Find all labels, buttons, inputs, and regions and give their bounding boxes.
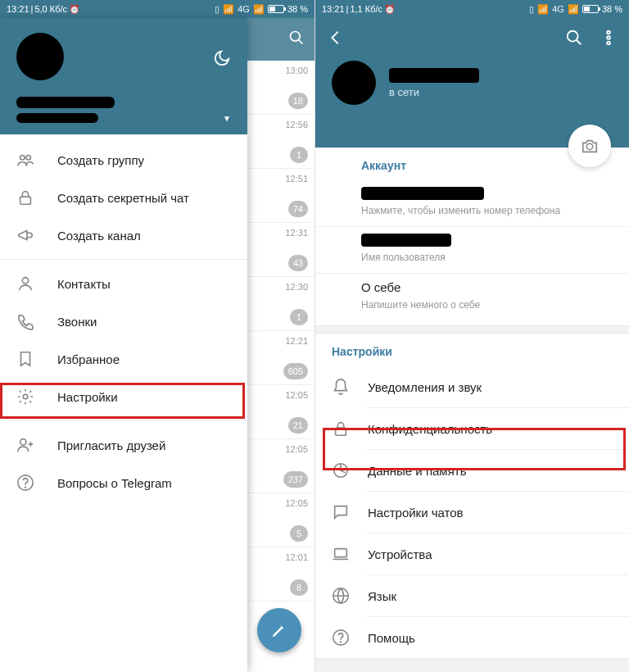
chat-row[interactable]: 12:301 (247, 277, 314, 331)
sim-icon: ▯ (215, 4, 219, 15)
lock-icon (332, 420, 350, 438)
chat-row[interactable]: 12:0521 (247, 385, 314, 439)
chat-row[interactable]: 12:018 (247, 547, 314, 602)
menu-invite[interactable]: Пригласить друзей (0, 426, 247, 464)
settings-toolbar (315, 18, 629, 61)
chevron-down-icon[interactable]: ▼ (223, 114, 231, 123)
settings-privacy[interactable]: Конфиденциальность (315, 408, 629, 449)
alarm-icon: ⏰ (384, 4, 396, 15)
search-icon[interactable] (565, 29, 583, 50)
chat-row[interactable]: 12:561 (247, 115, 314, 169)
account-section: Аккаунт Нажмите, чтобы изменить номер те… (315, 148, 629, 325)
data-icon (332, 461, 350, 479)
chat-toolbar (247, 18, 314, 61)
back-icon[interactable] (327, 29, 345, 50)
add-person-icon (16, 436, 34, 454)
settings-language[interactable]: Язык (315, 575, 629, 616)
menu-label: Настройки (57, 390, 118, 404)
person-icon (16, 275, 34, 293)
chat-row[interactable]: 12:055 (247, 493, 314, 547)
settings-section: Настройки Уведомления и звук Конфиденциа… (315, 334, 629, 658)
svg-point-9 (25, 487, 26, 488)
svg-line-11 (577, 40, 581, 45)
menu-label: Создать группу (57, 153, 144, 167)
settings-data-storage[interactable]: Данные и память (315, 450, 629, 491)
svg-point-12 (607, 31, 610, 34)
change-photo-fab[interactable] (568, 125, 611, 167)
battery-pct: 38 % (602, 4, 622, 14)
chat-list: 13:0018 12:561 12:5174 12:3143 12:301 12… (247, 18, 314, 672)
menu-create-channel[interactable]: Создать канал (0, 216, 247, 254)
battery-icon (268, 5, 284, 13)
svg-point-15 (586, 143, 592, 149)
profile-name-redacted (389, 68, 479, 83)
settings-label: Данные и память (368, 464, 467, 478)
wifi-icon: 📶 (253, 4, 265, 15)
avatar[interactable] (332, 61, 376, 105)
avatar[interactable] (16, 33, 64, 80)
menu-label: Вопросы о Telegram (57, 476, 172, 490)
menu-label: Создать секретный чат (57, 191, 189, 205)
settings-label: Помощь (368, 631, 415, 645)
search-icon[interactable] (288, 30, 305, 49)
bell-icon (332, 378, 350, 396)
settings-help[interactable]: Помощь (315, 617, 629, 658)
menu-calls[interactable]: Звонки (0, 302, 247, 340)
settings-header: в сети (315, 18, 629, 148)
profile-row: в сети (315, 61, 629, 105)
separator (0, 259, 247, 260)
account-about[interactable]: О себе Напишите немного о себе (315, 274, 629, 320)
signal-icon: 📶 (537, 4, 549, 15)
night-mode-icon[interactable] (213, 49, 231, 70)
section-separator (315, 325, 629, 334)
more-icon[interactable] (600, 29, 618, 50)
phone-sub: Нажмите, чтобы изменить номер телефона (361, 205, 583, 216)
svg-point-5 (22, 278, 28, 284)
status-speed: 5,0 Кб/с (34, 4, 67, 15)
menu-create-secret-chat[interactable]: Создать секретный чат (0, 179, 247, 216)
menu-contacts[interactable]: Контакты (0, 265, 247, 302)
chat-row[interactable]: 12:05237 (247, 439, 314, 493)
chat-row[interactable]: 13:0018 (247, 61, 314, 115)
settings-chat[interactable]: Настройки чатов (315, 492, 629, 533)
about-label: О себе (361, 280, 583, 294)
menu-saved[interactable]: Избранное (0, 340, 247, 378)
phone-icon (16, 312, 34, 330)
svg-point-0 (291, 32, 301, 42)
menu-settings[interactable]: Настройки (0, 378, 247, 415)
chat-row[interactable]: 12:3143 (247, 223, 314, 277)
separator (0, 420, 247, 421)
menu-faq[interactable]: Вопросы о Telegram (0, 464, 247, 502)
svg-point-10 (568, 31, 578, 42)
chat-icon (332, 503, 350, 521)
status-speed: 1,1 Кб/с (350, 4, 382, 15)
account-phone[interactable]: Нажмите, чтобы изменить номер телефона (315, 180, 629, 227)
svg-point-7 (20, 439, 26, 445)
account-username[interactable]: Имя пользователя (315, 227, 629, 274)
profile-status: в сети (389, 86, 479, 98)
drawer-menu: Создать группу Создать секретный чат Соз… (0, 134, 247, 508)
right-screenshot: 13:21 | 1,1 Кб/с ⏰ ▯ 📶 4G 📶 38 % в сети (314, 0, 629, 672)
username-redacted (361, 234, 451, 247)
menu-label: Избранное (57, 352, 120, 366)
drawer-header[interactable]: ▼ (0, 18, 247, 134)
chat-row[interactable]: 12:5174 (247, 169, 314, 223)
lock-icon (16, 188, 34, 207)
megaphone-icon (16, 226, 34, 244)
svg-rect-16 (336, 428, 346, 435)
laptop-icon (332, 545, 350, 563)
statusbar-right: 13:21 | 1,1 Кб/с ⏰ ▯ 📶 4G 📶 38 % (315, 0, 629, 18)
phone-redacted (361, 187, 484, 200)
help-icon (16, 474, 34, 492)
alarm-icon: ⏰ (69, 4, 80, 15)
wifi-icon: 📶 (568, 4, 579, 15)
svg-point-13 (607, 36, 610, 39)
svg-point-6 (23, 394, 28, 399)
settings-notifications[interactable]: Уведомления и звук (315, 366, 629, 407)
left-screenshot: 13:21 | 5,0 Кб/с ⏰ ▯ 📶 4G 📶 38 % 13:0018… (0, 0, 314, 672)
svg-point-21 (341, 642, 342, 642)
settings-devices[interactable]: Устройства (315, 534, 629, 574)
compose-fab[interactable] (257, 608, 301, 652)
menu-create-group[interactable]: Создать группу (0, 141, 247, 179)
chat-row[interactable]: 12:21605 (247, 331, 314, 385)
